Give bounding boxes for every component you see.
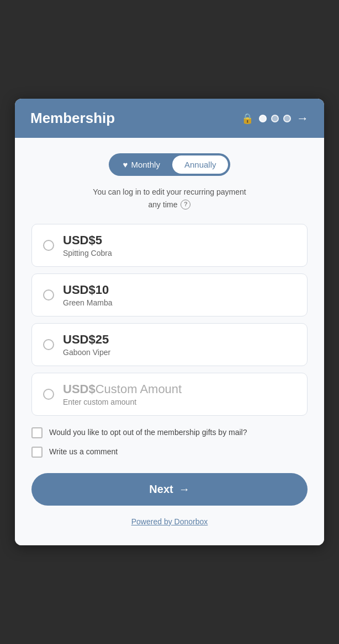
header-right: 🔒 →	[241, 111, 309, 126]
plan-info-25: USD$25 Gaboon Viper	[63, 332, 296, 357]
help-icon[interactable]: ?	[181, 200, 190, 210]
plan-amount-custom: USD$Custom Amount	[63, 382, 296, 396]
plan-option-10[interactable]: USD$10 Green Mamba	[31, 273, 308, 316]
page-title: Membership	[30, 110, 115, 127]
value-10: 10	[96, 283, 109, 297]
annually-label: Annually	[184, 160, 216, 169]
next-button-label: Next	[149, 483, 173, 496]
plan-info-custom: USD$Custom Amount Enter custom amount	[63, 382, 296, 406]
monthly-label: Monthly	[131, 160, 160, 169]
opt-out-checkbox[interactable]	[31, 427, 43, 438]
subtitle-line2-container: any time ?	[149, 198, 191, 211]
currency-25: USD$	[63, 332, 96, 346]
annually-toggle-button[interactable]: Annually	[172, 155, 229, 174]
currency-custom: USD$	[63, 382, 96, 396]
header: Membership 🔒 →	[15, 99, 324, 138]
membership-card: Membership 🔒 → ♥ Monthly Annually	[15, 99, 324, 545]
subtitle-line2: any time	[149, 198, 178, 211]
step-dot-1	[259, 115, 267, 122]
plan-radio-25[interactable]	[43, 339, 54, 350]
monthly-toggle-button[interactable]: ♥ Monthly	[111, 155, 172, 174]
plan-radio-5[interactable]	[43, 240, 54, 251]
plan-radio-10[interactable]	[43, 289, 54, 300]
currency-10: USD$	[63, 283, 96, 297]
plan-amount-25: USD$25	[63, 332, 296, 347]
value-25: 25	[96, 332, 109, 346]
comment-checkbox[interactable]	[31, 447, 43, 458]
billing-toggle: ♥ Monthly Annually	[109, 153, 231, 176]
subtitle: You can log in to edit your recurring pa…	[31, 186, 308, 211]
subtitle-line1: You can log in to edit your recurring pa…	[93, 186, 246, 198]
opt-out-label: Would you like to opt out of the members…	[49, 427, 247, 438]
plan-option-5[interactable]: USD$5 Spitting Cobra	[31, 224, 308, 267]
currency-5: USD$	[63, 233, 96, 247]
plan-name-5: Spitting Cobra	[63, 249, 296, 257]
plan-name-25: Gaboon Viper	[63, 348, 296, 357]
next-button[interactable]: Next →	[31, 473, 308, 506]
plan-radio-custom[interactable]	[43, 389, 54, 400]
heart-icon: ♥	[123, 160, 128, 169]
billing-toggle-container: ♥ Monthly Annually	[31, 153, 308, 176]
powered-by-link[interactable]: Powered by Donorbox	[131, 517, 208, 526]
plan-name-10: Green Mamba	[63, 298, 296, 307]
checkboxes-section: Would you like to opt out of the members…	[31, 427, 308, 458]
body: ♥ Monthly Annually You can log in to edi…	[15, 138, 324, 545]
plan-info-5: USD$5 Spitting Cobra	[63, 233, 296, 257]
checkbox-comment: Write us a comment	[31, 446, 308, 458]
plan-amount-10: USD$10	[63, 283, 296, 297]
lock-icon: 🔒	[241, 112, 253, 125]
comment-label: Write us a comment	[49, 446, 118, 458]
plan-option-custom[interactable]: USD$Custom Amount Enter custom amount	[31, 373, 308, 416]
custom-amount-placeholder: Custom Amount	[96, 382, 182, 396]
header-arrow-icon[interactable]: →	[296, 111, 309, 126]
plan-name-custom: Enter custom amount	[63, 398, 296, 406]
plans-list: USD$5 Spitting Cobra USD$10 Green Mamba	[31, 224, 308, 416]
step-dot-2	[271, 115, 279, 122]
footer: Powered by Donorbox	[31, 517, 308, 532]
checkbox-opt-out: Would you like to opt out of the members…	[31, 427, 308, 438]
step-dot-3	[283, 115, 291, 122]
plan-info-10: USD$10 Green Mamba	[63, 283, 296, 307]
next-arrow-icon: →	[179, 483, 190, 496]
value-5: 5	[96, 233, 102, 247]
step-indicators	[259, 115, 291, 122]
plan-amount-5: USD$5	[63, 233, 296, 248]
plan-option-25[interactable]: USD$25 Gaboon Viper	[31, 323, 308, 366]
